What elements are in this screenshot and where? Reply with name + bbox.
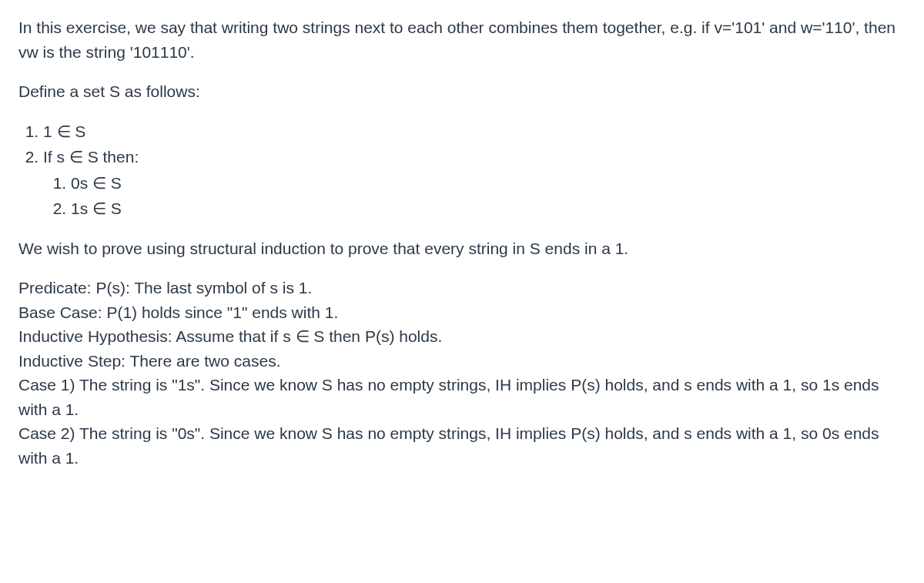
subrule-2b: 1s ∈ S (71, 196, 906, 221)
subrule-list: 0s ∈ S 1s ∈ S (43, 171, 906, 221)
rule-1: 1 ∈ S (43, 119, 906, 144)
rule-2: If s ∈ S then: 0s ∈ S 1s ∈ S (43, 145, 906, 221)
case-2-line: Case 2) The string is "0s". Since we kno… (18, 421, 906, 470)
inductive-step-line: Inductive Step: There are two cases. (18, 349, 906, 374)
define-line: Define a set S as follows: (18, 79, 906, 104)
intro-paragraph: In this exercise, we say that writing tw… (18, 15, 906, 64)
base-case-line: Base Case: P(1) holds since "1" ends wit… (18, 300, 906, 325)
proof-section: Predicate: P(s): The last symbol of s is… (18, 276, 906, 470)
subrule-2a: 0s ∈ S (71, 171, 906, 196)
rule-2-text: If s ∈ S then: (43, 148, 139, 166)
case-1-line: Case 1) The string is "1s". Since we kno… (18, 373, 906, 421)
goal-paragraph: We wish to prove using structural induct… (18, 236, 906, 261)
predicate-line: Predicate: P(s): The last symbol of s is… (18, 276, 906, 300)
inductive-hypothesis-line: Inductive Hypothesis: Assume that if s ∈… (18, 324, 906, 349)
definition-list: 1 ∈ S If s ∈ S then: 0s ∈ S 1s ∈ S (18, 119, 906, 221)
